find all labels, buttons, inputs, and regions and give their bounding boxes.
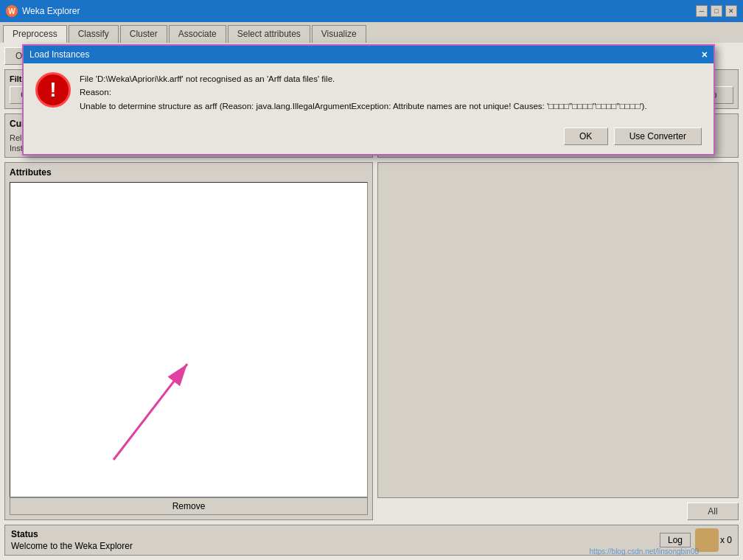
dialog-close-button[interactable]: × [702, 49, 708, 60]
dialog-title-bar: Load Instances × [24, 46, 714, 63]
load-instances-dialog: Load Instances × ! File 'D:\Weka\Apriori… [22, 44, 715, 155]
dialog-line1: File 'D:\Weka\Apriori\kk.arff' not recog… [80, 72, 702, 85]
error-icon: ! [35, 72, 71, 108]
ok-button[interactable]: OK [564, 127, 608, 145]
dialog-line3: Unable to determine structure as arff (R… [80, 99, 702, 113]
dialog-message: File 'D:\Weka\Apriori\kk.arff' not recog… [80, 72, 702, 113]
dialog-body: ! File 'D:\Weka\Apriori\kk.arff' not rec… [24, 63, 714, 122]
dialog-overlay: Load Instances × ! File 'D:\Weka\Apriori… [0, 0, 743, 560]
use-converter-button[interactable]: Use Converter [614, 127, 702, 145]
dialog-buttons: OK Use Converter [24, 122, 714, 154]
dialog-title: Load Instances [29, 49, 89, 60]
dialog-line2: Reason: [80, 85, 702, 99]
